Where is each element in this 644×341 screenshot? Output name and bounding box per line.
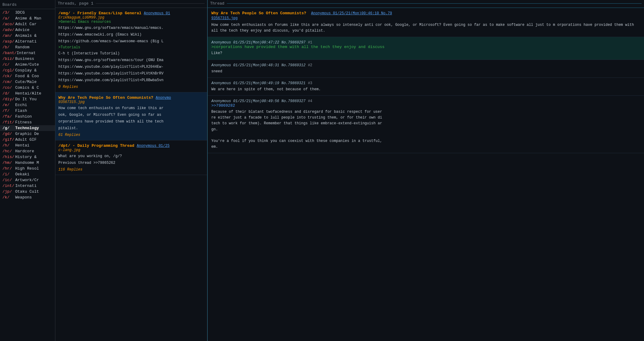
board-id: /ic/ — [2, 178, 15, 182]
board-name: Random — [15, 45, 29, 50]
board-id: /f/ — [2, 108, 15, 113]
thread-replies[interactable]: 116 Replies — [58, 167, 204, 172]
sidebar-item-a[interactable]: /a/Anime & Man — [0, 15, 55, 21]
sidebar-header: Boards — [0, 1, 55, 9]
post-meta-line: Anonymous 01/25/21(Mon)00:48:31 No.79869… — [211, 63, 640, 67]
board-id: /d/ — [2, 91, 15, 96]
board-id: /jp/ — [2, 189, 15, 194]
sidebar: Boards /3/3DCG/a/Anime & Man/aco/Adult C… — [0, 0, 55, 341]
sidebar-item-cgl[interactable]: /cgl/Cosplay & — [0, 67, 55, 73]
board-name: Fashion — [15, 114, 32, 119]
sidebar-item-3[interactable]: /3/3DCG — [0, 10, 55, 15]
sidebar-item-an[interactable]: /an/Animals & — [0, 33, 55, 39]
thread-replies[interactable]: 0 Replies — [58, 85, 204, 89]
board-id: /aco/ — [2, 22, 15, 26]
board-name: Technology — [15, 126, 39, 130]
thread-title: Why Are Tech People So Often Communists? — [58, 95, 153, 100]
board-name: Animals & — [15, 33, 36, 38]
board-name: Hardcore — [15, 149, 34, 153]
thread-op-meta: Anonymous 01/25/21(Mon)00:46:10 No.79 — [311, 11, 392, 15]
board-name: Comics & C — [15, 85, 39, 90]
sidebar-item-int[interactable]: /int/Internati — [0, 183, 55, 189]
board-name: Hentai — [15, 143, 29, 148]
board-id: /bant/ — [2, 51, 17, 55]
thread-file[interactable]: c-lang.jpg — [58, 148, 204, 152]
post-meta-line: Anonymous 01/25/21(Mon)00:49:19 No.79869… — [211, 81, 640, 85]
sidebar-item-ck[interactable]: /ck/Food & Coo — [0, 73, 55, 79]
sidebar-item-ic[interactable]: /ic/Artwork/Cr — [0, 177, 55, 183]
sidebar-item-aco[interactable]: /aco/Adult Car — [0, 21, 55, 27]
board-name: Internat — [17, 51, 36, 55]
sidebar-item-gd[interactable]: /gd/Graphic De — [0, 131, 55, 137]
thread-body-line: https://www.youtube.com/playlist?list=PL… — [58, 78, 204, 83]
sidebar-item-fa[interactable]: /fa/Fashion — [0, 114, 55, 119]
thread-body-line: orporations have provided them with all … — [58, 119, 204, 124]
thread-body-line: https://www.gnu.org/software/emacs/tour … — [58, 57, 204, 63]
thread-body-line: Previous thread >>79865262 — [58, 160, 204, 166]
sidebar-item-diy[interactable]: /diy/Do It You — [0, 96, 55, 102]
thread-op: Why Are Tech People So Often Communists?… — [208, 8, 644, 37]
post-meta: Anonymous 01/25/21(Mon)00:49:56 No.79869… — [211, 99, 306, 103]
post-p2: Anonymous 01/25/21(Mon)00:48:31 No.79869… — [208, 60, 644, 78]
thread-item-emg[interactable]: /emg/ - Friendly Emacs/Lisp GeneralAnony… — [55, 8, 207, 92]
board-id: /adv/ — [2, 28, 15, 32]
sidebar-item-co[interactable]: /co/Comics & C — [0, 85, 55, 91]
sidebar-item-his[interactable]: /his/History & — [0, 154, 55, 160]
sidebar-item-e[interactable]: /e/Ecchi — [0, 102, 55, 108]
sidebar-item-h[interactable]: /h/Hentai — [0, 143, 55, 148]
board-name: Cute/Male — [15, 80, 36, 84]
sidebar-item-g[interactable]: /g/Technology — [0, 125, 55, 131]
sidebar-item-k[interactable]: /k/Weapons — [0, 195, 55, 200]
sidebar-item-f[interactable]: /f/Flash — [0, 108, 55, 114]
sidebar-item-b[interactable]: /b/Random — [0, 44, 55, 50]
sidebar-item-hr[interactable]: /hr/High Resol — [0, 166, 55, 171]
post-quote[interactable]: >>79869282 — [211, 103, 640, 108]
sidebar-item-gif[interactable]: /gif/Adult GIF — [0, 137, 55, 143]
sidebar-item-fit[interactable]: /fit/Fitness — [0, 119, 55, 125]
thread-file[interactable]: 93567315.jpg — [58, 100, 204, 104]
board-name: Artwork/Cr — [15, 178, 39, 182]
board-name: Anime/Cute — [15, 62, 39, 67]
sidebar-item-bant[interactable]: /bant/Internat — [0, 50, 55, 56]
sidebar-item-c[interactable]: /c/Anime/Cute — [0, 62, 55, 67]
thread-body-line: https://www.gnu.org/software/emacs/manua… — [58, 25, 204, 31]
thread-op-file[interactable]: 93567315.jpg — [211, 16, 640, 20]
thread-body-line: C-h t (Interactive Tutorial) — [58, 51, 204, 56]
post-body: We are here in spite of them, not becaus… — [211, 87, 640, 92]
board-name: Do It You — [15, 97, 36, 102]
sidebar-item-d[interactable]: /d/Hentai/Alte — [0, 91, 55, 96]
threads-panel: Threads, page 1 /emg/ - Friendly Emacs/L… — [55, 0, 207, 341]
board-id: /hc/ — [2, 149, 15, 153]
post-num: #4 — [308, 99, 312, 103]
sidebar-item-jp[interactable]: /jp/Otaku Cult — [0, 189, 55, 195]
board-id: /b/ — [2, 45, 15, 50]
post-greentext: >corporations have provided them with al… — [211, 45, 640, 49]
board-id: /gd/ — [2, 132, 15, 136]
sidebar-item-biz[interactable]: /biz/Business — [0, 56, 55, 62]
board-id: /biz/ — [2, 57, 15, 61]
board-id: /int/ — [2, 184, 15, 188]
post-num: #2 — [308, 63, 312, 67]
board-name: Adult GIF — [15, 137, 36, 142]
sidebar-item-hm[interactable]: /hm/Handsome M — [0, 160, 55, 166]
board-name: Hentai/Alte — [15, 91, 41, 96]
board-id: /c/ — [2, 62, 15, 67]
post-num: #3 — [308, 81, 312, 85]
thread-author: Anonymous 01 — [144, 11, 170, 15]
thread-greentext: >Tutorials — [58, 45, 204, 50]
thread-item-why-tech[interactable]: Why Are Tech People So Often Communists?… — [55, 92, 207, 140]
thread-item-dpt[interactable]: /dpt/ - Daily Programming ThreadAnonymou… — [55, 140, 207, 175]
board-name: Handsome M — [15, 160, 39, 165]
sidebar-item-cm[interactable]: /cm/Cute/Male — [0, 79, 55, 85]
app-container: Boards /3/3DCG/a/Anime & Man/aco/Adult C… — [0, 0, 644, 341]
sidebar-item-adv[interactable]: /adv/Advice — [0, 27, 55, 33]
post-meta-line: Anonymous 01/25/21(Mon)00:47:22 No.79869… — [211, 40, 640, 45]
sidebar-item-hc[interactable]: /hc/Hardcore — [0, 148, 55, 154]
post-body: Like? — [211, 50, 640, 56]
sidebar-item-i[interactable]: /i/Oekaki — [0, 171, 55, 177]
sidebar-item-asp[interactable]: /asp/Alternati — [0, 39, 55, 44]
thread-body-line: https://www.youtube.com/playlist?list=PL… — [58, 64, 204, 70]
board-id: /hr/ — [2, 166, 15, 171]
thread-file[interactable]: ErikNaggum_LUGM99.jpg — [58, 15, 204, 20]
thread-replies[interactable]: 61 Replies — [58, 133, 204, 137]
